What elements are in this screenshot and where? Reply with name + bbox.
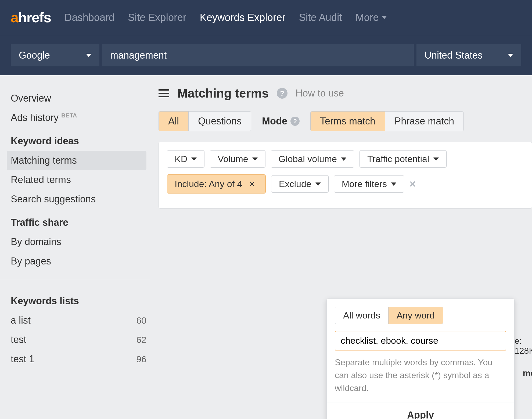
pill-phrase-match[interactable]: Phrase match — [385, 112, 463, 131]
include-words-input[interactable] — [335, 331, 506, 350]
content: Matching terms ? How to use All Question… — [150, 75, 532, 419]
sidebar-heading-traffic: Traffic share — [11, 209, 146, 232]
help-icon[interactable]: ? — [290, 117, 300, 126]
clear-filters-icon[interactable]: × — [409, 178, 416, 190]
pill-all[interactable]: All — [159, 112, 188, 131]
menu-icon[interactable] — [159, 89, 169, 97]
sidebar-list-item[interactable]: test62 — [11, 330, 146, 349]
popup-hint: Separate multiple words by commas. You c… — [335, 356, 506, 395]
nav-site-explorer[interactable]: Site Explorer — [128, 12, 186, 23]
volume-summary: e: 128K — [515, 336, 532, 356]
caret-down-icon — [86, 54, 91, 57]
mode-label: Mode? — [262, 116, 300, 127]
nav-dashboard[interactable]: Dashboard — [64, 12, 114, 23]
sidebar: Overview Ads history BETA Keyword ideas … — [0, 75, 150, 419]
caret-down-icon — [508, 54, 513, 57]
filter-more[interactable]: More filters — [334, 175, 404, 193]
sidebar-heading-lists: Keywords lists — [11, 287, 146, 311]
popup-mode-toggle: All words Any word — [335, 307, 443, 324]
all-questions-toggle: All Questions — [159, 111, 251, 131]
filter-kd[interactable]: KD — [167, 150, 204, 168]
keyword-input[interactable] — [110, 50, 406, 61]
filter-exclude[interactable]: Exclude — [271, 175, 329, 193]
nav-more[interactable]: More — [355, 12, 387, 23]
pill-questions[interactable]: Questions — [188, 112, 251, 131]
caret-down-icon — [341, 157, 346, 161]
search-input-wrap — [102, 44, 414, 66]
filter-traffic-potential[interactable]: Traffic potential — [360, 150, 447, 168]
filter-volume[interactable]: Volume — [210, 150, 265, 168]
filter-include[interactable]: Include: Any of 4× — [167, 174, 266, 194]
caret-down-icon — [191, 157, 197, 161]
caret-down-icon — [433, 157, 439, 161]
sidebar-list-item[interactable]: test 196 — [11, 349, 146, 369]
sidebar-overview[interactable]: Overview — [11, 89, 146, 108]
divider — [0, 279, 157, 279]
sidebar-related-terms[interactable]: Related terms — [11, 170, 146, 189]
sidebar-by-domains[interactable]: By domains — [11, 232, 146, 252]
sidebar-matching-terms[interactable]: Matching terms — [7, 151, 146, 170]
page-title: Matching terms — [177, 86, 269, 101]
filter-global-volume[interactable]: Global volume — [271, 150, 354, 168]
help-icon[interactable]: ? — [277, 88, 287, 99]
sidebar-by-pages[interactable]: By pages — [11, 252, 146, 271]
caret-down-icon — [252, 157, 258, 161]
sidebar-heading-ideas: Keyword ideas — [11, 127, 146, 151]
pill-terms-match[interactable]: Terms match — [311, 112, 385, 131]
country-select[interactable]: United States — [416, 44, 521, 66]
caret-down-icon — [315, 182, 321, 186]
close-icon[interactable]: × — [246, 178, 258, 190]
caret-down-icon — [391, 182, 396, 186]
popup-all-words[interactable]: All words — [335, 307, 388, 324]
filter-panel: KD Volume Global volume Traffic potentia… — [159, 142, 532, 209]
engine-select[interactable]: Google — [11, 44, 99, 66]
popup-any-word[interactable]: Any word — [388, 307, 443, 324]
sidebar-ads-history[interactable]: Ads history BETA — [11, 108, 146, 127]
match-mode-toggle: Terms match Phrase match — [310, 111, 464, 131]
caret-down-icon — [382, 16, 387, 19]
how-to-use-link[interactable]: How to use — [296, 88, 344, 99]
nav-keywords-explorer[interactable]: Keywords Explorer — [200, 12, 286, 23]
logo[interactable]: ahrefs — [11, 9, 51, 26]
include-popup: All words Any word Separate multiple wor… — [326, 298, 515, 419]
nav-site-audit[interactable]: Site Audit — [299, 12, 342, 23]
apply-button[interactable]: Apply — [327, 403, 514, 419]
sidebar-list-item[interactable]: a list60 — [11, 311, 146, 330]
sidebar-search-suggestions[interactable]: Search suggestions — [11, 189, 146, 209]
